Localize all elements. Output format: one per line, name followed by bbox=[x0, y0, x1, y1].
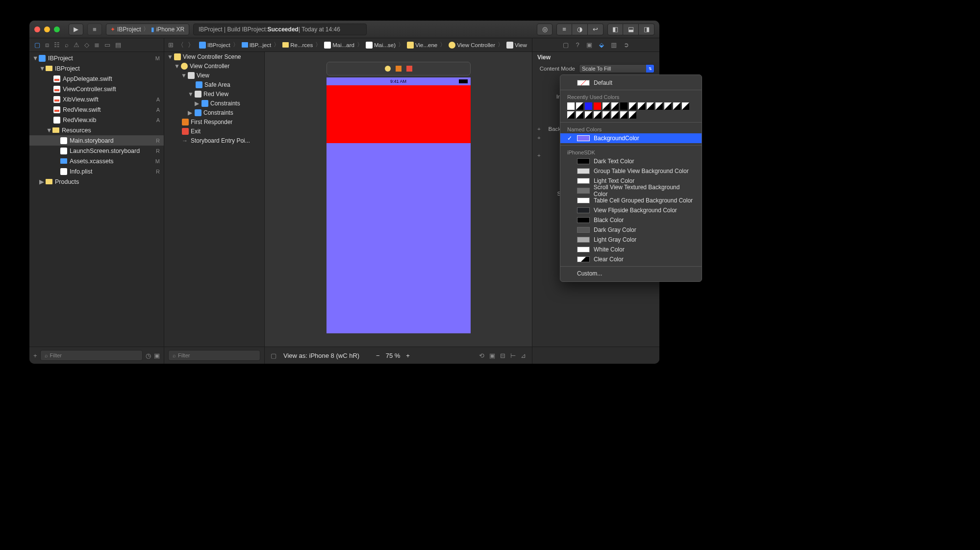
tree-row-file[interactable]: Info.plistR bbox=[29, 166, 164, 176]
color-option[interactable]: Dark Text Color bbox=[560, 156, 702, 166]
breadcrumb-item[interactable]: Mai...se)〉 bbox=[365, 41, 406, 49]
color-swatch[interactable] bbox=[603, 111, 610, 119]
color-swatch[interactable] bbox=[620, 102, 628, 110]
tree-row-file[interactable]: Main.storyboardR bbox=[29, 135, 164, 146]
color-swatch[interactable] bbox=[603, 102, 610, 110]
tree-row-group[interactable]: ▼ IBProject bbox=[29, 63, 164, 74]
scene-dock[interactable] bbox=[327, 62, 471, 75]
pin-icon[interactable]: ⊢ bbox=[510, 352, 516, 359]
outline-row[interactable]: First Responder bbox=[164, 117, 264, 126]
add-button[interactable]: + bbox=[537, 126, 541, 132]
breadcrumb-item[interactable]: Mai...ard〉 bbox=[323, 41, 365, 49]
color-option[interactable]: Clear Color bbox=[560, 254, 702, 264]
symbol-navigator-tab[interactable]: ☷ bbox=[54, 41, 60, 49]
tree-row-file[interactable]: RedView.swiftA bbox=[29, 104, 164, 115]
color-option[interactable]: Light Gray Color bbox=[560, 235, 702, 245]
color-swatch[interactable] bbox=[576, 102, 583, 110]
breadcrumb-item[interactable]: Re...rces〉 bbox=[281, 41, 323, 49]
tree-row-file[interactable]: RedView.xibA bbox=[29, 115, 164, 125]
resolve-icon[interactable]: ⊿ bbox=[521, 352, 526, 359]
color-swatch[interactable] bbox=[585, 111, 592, 119]
source-control-navigator-tab[interactable]: ⧈ bbox=[45, 41, 49, 49]
color-option[interactable]: Scroll View Textured Background Color bbox=[560, 186, 702, 196]
breadcrumb-item[interactable]: IBProject〉 bbox=[198, 41, 241, 49]
toggle-debug-button[interactable]: ⬓ bbox=[623, 24, 639, 35]
breakpoint-navigator-tab[interactable]: ▭ bbox=[104, 41, 110, 49]
run-button[interactable]: ▶ bbox=[69, 24, 83, 35]
navigator-filter[interactable]: ⌕ Filter bbox=[40, 350, 143, 361]
zoom-level[interactable]: 75 % bbox=[386, 352, 401, 359]
back-button[interactable]: 〈 bbox=[177, 41, 184, 50]
color-option[interactable]: Black Color bbox=[560, 215, 702, 225]
color-swatch[interactable] bbox=[629, 111, 636, 119]
tree-row-file[interactable]: LaunchScreen.storyboardR bbox=[29, 146, 164, 156]
view-controller-icon[interactable] bbox=[385, 66, 391, 72]
identity-inspector-tab[interactable]: ▣ bbox=[586, 41, 592, 49]
assistant-editor-button[interactable]: ◑ bbox=[572, 24, 588, 35]
color-option[interactable]: White Color bbox=[560, 245, 702, 254]
color-swatch[interactable] bbox=[629, 102, 636, 110]
connections-inspector-tab[interactable]: ➲ bbox=[624, 41, 629, 49]
color-swatch[interactable] bbox=[567, 111, 575, 119]
close-window[interactable] bbox=[34, 26, 40, 32]
breadcrumb-item[interactable]: View bbox=[505, 42, 528, 49]
issue-navigator-tab[interactable]: ⚠ bbox=[74, 41, 79, 49]
minimize-window[interactable] bbox=[44, 26, 50, 32]
color-swatch[interactable] bbox=[620, 111, 628, 119]
tree-row-group[interactable]: ▶Products bbox=[29, 176, 164, 187]
outline-row[interactable]: Exit bbox=[164, 126, 264, 136]
red-view[interactable] bbox=[327, 85, 471, 143]
color-swatch[interactable] bbox=[611, 102, 619, 110]
version-editor-button[interactable]: ↩ bbox=[588, 24, 603, 35]
color-swatch[interactable] bbox=[664, 102, 672, 110]
outline-row[interactable]: ▶Constraints bbox=[164, 108, 264, 117]
zoom-in-button[interactable]: + bbox=[406, 352, 410, 359]
stop-button[interactable]: ■ bbox=[87, 24, 102, 35]
add-icon[interactable]: + bbox=[33, 352, 37, 359]
tree-row-file[interactable]: Assets.xcassetsM bbox=[29, 156, 164, 166]
related-items-icon[interactable]: ⊞ bbox=[168, 41, 174, 49]
color-option[interactable]: Dark Gray Color bbox=[560, 225, 702, 235]
scheme-selector[interactable]: ✦ IBProject 〉 ▮ iPhone XR bbox=[106, 24, 189, 35]
activity-viewer[interactable]: IBProject | Build IBProject: Succeeded |… bbox=[193, 24, 367, 35]
view-as-label[interactable]: View as: iPhone 8 (wC hR) bbox=[283, 352, 359, 359]
forward-button[interactable]: 〉 bbox=[188, 41, 194, 50]
color-option-default[interactable]: Default bbox=[560, 78, 702, 88]
outline-row[interactable]: →Storyboard Entry Poi... bbox=[164, 136, 264, 145]
color-swatch[interactable] bbox=[585, 102, 592, 110]
toggle-inspector-button[interactable]: ◨ bbox=[639, 24, 654, 35]
outline-row[interactable]: ▼Red View bbox=[164, 89, 264, 99]
tree-row-file[interactable]: AppDelegate.swift bbox=[29, 74, 164, 84]
find-navigator-tab[interactable]: ⌕ bbox=[65, 41, 69, 49]
update-frames-icon[interactable]: ⟲ bbox=[479, 352, 484, 359]
color-option[interactable]: Table Cell Grouped Background Color bbox=[560, 196, 702, 205]
recent-filter-icon[interactable]: ◷ bbox=[146, 352, 151, 359]
color-option[interactable]: ✓ BackgroundColor bbox=[560, 133, 702, 143]
outline-row[interactable]: ▼View Controller bbox=[164, 61, 264, 71]
color-swatch[interactable] bbox=[638, 102, 645, 110]
test-navigator-tab[interactable]: ◇ bbox=[84, 41, 89, 49]
outline-row[interactable]: ▶Constraints bbox=[164, 99, 264, 108]
exit-icon[interactable] bbox=[406, 66, 412, 72]
tree-row-file[interactable]: ViewController.swift bbox=[29, 84, 164, 94]
color-swatch[interactable] bbox=[655, 102, 663, 110]
add-button[interactable]: + bbox=[537, 152, 541, 158]
project-navigator-tab[interactable]: ▢ bbox=[34, 41, 40, 49]
tree-row-file[interactable]: XibView.swiftA bbox=[29, 94, 164, 104]
color-swatch[interactable] bbox=[673, 102, 680, 110]
size-inspector-tab[interactable]: ▥ bbox=[611, 41, 617, 49]
outline-row[interactable]: ▼View bbox=[164, 71, 264, 80]
color-option-custom[interactable]: Custom... bbox=[560, 269, 702, 278]
tree-row-project[interactable]: ▼ IBProject M bbox=[29, 53, 164, 63]
color-swatch[interactable] bbox=[682, 102, 689, 110]
color-option[interactable]: View Flipside Background Color bbox=[560, 205, 702, 215]
breadcrumb-item[interactable]: Vie...ene〉 bbox=[406, 41, 448, 49]
root-view[interactable]: 9:41 AM bbox=[327, 77, 471, 333]
attributes-inspector-tab[interactable]: ⬙ bbox=[599, 41, 604, 49]
embed-icon[interactable]: ▣ bbox=[489, 352, 495, 359]
zoom-out-button[interactable]: − bbox=[376, 352, 380, 359]
color-swatch[interactable] bbox=[567, 102, 575, 110]
library-button[interactable]: ◎ bbox=[537, 24, 553, 35]
color-swatch[interactable] bbox=[611, 111, 619, 119]
tree-row-group[interactable]: ▼Resources bbox=[29, 125, 164, 135]
